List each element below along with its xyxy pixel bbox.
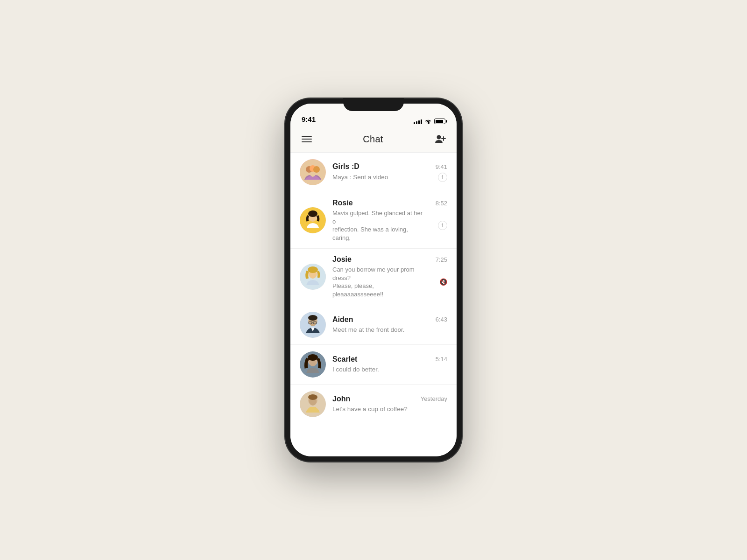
header-title: Chat <box>363 134 383 145</box>
chat-name-scarlet: Scarlet <box>332 355 357 364</box>
chat-content-scarlet: Scarlet 5:14 I could do better. <box>332 355 447 374</box>
app-header: Chat <box>290 127 457 153</box>
svg-point-18 <box>308 315 317 321</box>
chat-content-josie: Josie 7:25 Can you borrow me your prom d… <box>332 255 447 298</box>
unread-badge-rosie: 1 <box>438 221 447 230</box>
avatar-rosie <box>300 207 326 233</box>
phone-frame: 9:41 <box>285 98 462 462</box>
chat-preview-rosie: Mavis gulped. She glanced at her o refle… <box>332 209 426 242</box>
chat-content-girls: Girls :D 9:41 Maya : Sent a video 1 <box>332 162 447 182</box>
chat-content-john: John Yesterday Let's have a cup of coffe… <box>332 395 447 414</box>
chat-list: Girls :D 9:41 Maya : Sent a video 1 <box>290 153 457 456</box>
chat-preview-josie: Can you borrow me your prom dress? Pleas… <box>332 266 426 298</box>
svg-point-26 <box>308 354 318 361</box>
chat-name-john: John <box>332 395 350 403</box>
chat-name-aiden: Aiden <box>332 315 353 324</box>
svg-point-10 <box>308 210 317 217</box>
svg-point-3 <box>300 159 326 185</box>
phone-notch <box>343 98 404 111</box>
chat-preview-john: Let's have a cup of coffee? <box>332 405 408 414</box>
svg-point-6 <box>313 166 320 173</box>
chat-time-scarlet: 5:14 <box>436 356 447 363</box>
avatar-girls <box>300 159 326 185</box>
chat-time-john: Yesterday <box>421 395 447 402</box>
avatar-scarlet <box>300 351 326 378</box>
battery-icon <box>434 119 445 124</box>
chat-time-aiden: 6:43 <box>436 316 447 323</box>
chat-content-rosie: Rosie 8:52 Mavis gulped. She glanced at … <box>332 199 447 242</box>
status-time: 9:41 <box>302 115 316 124</box>
chat-preview-girls: Maya : Sent a video <box>332 173 388 182</box>
chat-item-john[interactable]: John Yesterday Let's have a cup of coffe… <box>290 385 457 424</box>
chat-preview-aiden: Meet me at the front door. <box>332 326 405 335</box>
chat-item-girls[interactable]: Girls :D 9:41 Maya : Sent a video 1 <box>290 153 457 192</box>
chat-content-aiden: Aiden 6:43 Meet me at the front door. <box>332 315 447 335</box>
status-icons <box>414 119 445 124</box>
avatar-john <box>300 391 326 417</box>
chat-item-rosie[interactable]: Rosie 8:52 Mavis gulped. She glanced at … <box>290 192 457 249</box>
avatar-josie <box>300 264 326 290</box>
chat-time-rosie: 8:52 <box>436 200 447 207</box>
add-contact-button[interactable] <box>432 132 447 147</box>
chat-name-josie: Josie <box>332 255 352 264</box>
unread-badge-girls: 1 <box>438 173 447 182</box>
svg-point-14 <box>308 266 318 273</box>
signal-icon <box>414 119 422 124</box>
chat-item-aiden[interactable]: Aiden 6:43 Meet me at the front door. <box>290 305 457 345</box>
phone-screen: 9:41 <box>290 104 457 456</box>
chat-name-girls: Girls :D <box>332 162 359 171</box>
wifi-icon <box>424 119 432 124</box>
chat-name-rosie: Rosie <box>332 199 353 207</box>
svg-point-30 <box>308 394 317 400</box>
avatar-aiden <box>300 312 326 338</box>
chat-item-josie[interactable]: Josie 7:25 Can you borrow me your prom d… <box>290 249 457 305</box>
menu-button[interactable] <box>300 134 314 144</box>
chat-time-girls: 9:41 <box>436 163 447 170</box>
chat-preview-scarlet: I could do better. <box>332 365 379 374</box>
svg-point-0 <box>437 135 441 140</box>
muted-icon-josie: 🔇 <box>439 278 447 286</box>
chat-time-josie: 7:25 <box>436 256 447 263</box>
chat-item-scarlet[interactable]: Scarlet 5:14 I could do better. <box>290 345 457 385</box>
add-contact-icon <box>434 133 446 145</box>
